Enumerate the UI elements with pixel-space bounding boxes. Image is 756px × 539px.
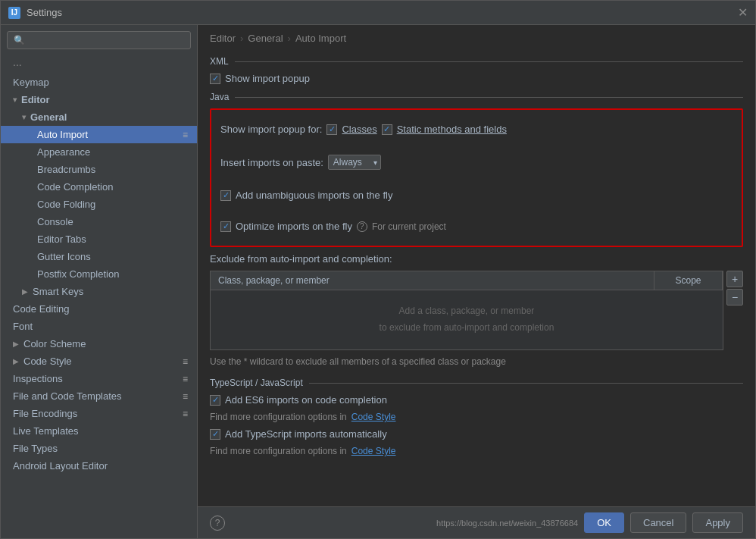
auto-import-icon: ≡	[183, 130, 188, 140]
sidebar-item-postfix-completion[interactable]: Postfix Completion	[1, 265, 197, 283]
code-style-label: Code Style	[23, 356, 72, 367]
insert-imports-value: Always	[333, 157, 362, 168]
search-icon: 🔍	[14, 35, 25, 45]
sidebar-item-breadcrumbs[interactable]: Breadcrumbs	[1, 161, 197, 178]
classes-label: Classes	[342, 124, 376, 135]
breadcrumb-auto-import: Auto Import	[295, 33, 346, 44]
insert-imports-dropdown[interactable]: Always	[328, 155, 381, 170]
add-unambiguous-row: Add unambiguous imports on the fly	[220, 190, 733, 201]
file-encodings-icon: ≡	[183, 409, 188, 419]
window-title: Settings	[27, 7, 62, 18]
close-button[interactable]: ✕	[738, 7, 748, 19]
add-row-button[interactable]: +	[726, 271, 743, 287]
ts-section-header: TypeScript / JavaScript	[210, 378, 743, 388]
add-es6-checkbox[interactable]	[210, 395, 220, 406]
optimize-imports-help[interactable]: ?	[357, 221, 367, 232]
live-templates-label: Live Templates	[13, 425, 78, 437]
sidebar-item-font[interactable]: Font	[1, 318, 197, 335]
font-label: Font	[13, 321, 33, 332]
console-label: Console	[37, 216, 73, 227]
add-ts-checkbox[interactable]	[210, 429, 220, 440]
find-more-2-row: Find more configuration options in Code …	[210, 446, 743, 456]
table-actions: + −	[726, 271, 743, 306]
show-import-popup-row: Show import popup	[210, 73, 743, 84]
sidebar-item-console[interactable]: Console	[1, 213, 197, 230]
sidebar-item-code-style[interactable]: ▶ Code Style ≡	[1, 353, 197, 370]
table-placeholder: Add a class, package, or member to exclu…	[380, 303, 555, 336]
static-methods-checkbox[interactable]	[382, 124, 392, 135]
file-types-label: File Types	[13, 443, 58, 454]
sidebar-item-keymap[interactable]: Keymap	[1, 74, 197, 91]
sidebar-item-live-templates[interactable]: Live Templates	[1, 422, 197, 440]
code-style-arrow: ▶	[13, 357, 19, 365]
sidebar-item-file-types[interactable]: File Types	[1, 440, 197, 457]
sidebar: 🔍 ··· Keymap ▾ Editor ▾ General	[1, 25, 198, 538]
breadcrumb-sep2: ›	[288, 33, 291, 44]
sidebar-item-gutter-icons[interactable]: Gutter Icons	[1, 248, 197, 265]
sidebar-item-code-completion[interactable]: Code Completion	[1, 178, 197, 196]
exclude-label: Exclude from auto-import and completion:	[210, 253, 392, 265]
android-layout-editor-label: Android Layout Editor	[13, 460, 108, 472]
sidebar-item-android-layout-editor[interactable]: Android Layout Editor	[1, 457, 197, 475]
title-bar: IJ Settings ✕	[1, 1, 755, 25]
ts-label: TypeScript / JavaScript	[210, 378, 303, 388]
sidebar-item-color-scheme[interactable]: ▶ Color Scheme	[1, 335, 197, 353]
auto-import-label: Auto Import	[37, 129, 88, 140]
static-methods-label: Static methods and fields	[397, 124, 507, 135]
add-es6-label: Add ES6 imports on code completion	[225, 394, 387, 406]
exclude-table-main: Class, package, or member Scope Add a cl…	[210, 271, 723, 350]
sidebar-item-code-folding[interactable]: Code Folding	[1, 196, 197, 213]
sidebar-item-file-encodings[interactable]: File Encodings ≡	[1, 405, 197, 422]
optimize-imports-checkbox[interactable]	[220, 221, 231, 232]
code-completion-label: Code Completion	[37, 181, 113, 193]
classes-checkbox[interactable]	[326, 124, 337, 135]
java-options-box: Show import popup for: Classes Static me…	[210, 108, 743, 247]
search-input[interactable]	[29, 35, 184, 45]
code-folding-label: Code Folding	[37, 199, 95, 210]
exclude-table-wrapper: Class, package, or member Scope Add a cl…	[210, 271, 743, 350]
bottom-bar: ? https://blog.csdn.net/weixin_43876684 …	[198, 506, 755, 538]
show-import-popup-label: Show import popup	[225, 73, 310, 84]
sidebar-item-smart-keys[interactable]: ▶ Smart Keys	[1, 283, 197, 300]
main-area: 🔍 ··· Keymap ▾ Editor ▾ General	[1, 25, 755, 538]
cancel-button[interactable]: Cancel	[630, 512, 686, 533]
sidebar-item-auto-import[interactable]: Auto Import ≡	[1, 126, 197, 143]
code-style-link-2[interactable]: Code Style	[351, 446, 396, 456]
code-style-link-1[interactable]: Code Style	[351, 412, 396, 422]
sidebar-item-appearance[interactable]: Appearance	[1, 143, 197, 161]
editor-label: Editor	[21, 94, 50, 105]
add-unambiguous-checkbox[interactable]	[220, 190, 231, 201]
java-section-header: Java	[210, 92, 743, 102]
apply-button[interactable]: Apply	[692, 512, 743, 533]
show-import-for-label: Show import popup for:	[220, 124, 322, 135]
breadcrumb: Editor › General › Auto Import	[198, 25, 755, 49]
appearance-label: Appearance	[37, 146, 90, 158]
sidebar-item-inspections[interactable]: Inspections ≡	[1, 370, 197, 387]
ok-button[interactable]: OK	[584, 512, 624, 533]
sidebar-item-code-editing[interactable]: Code Editing	[1, 300, 197, 318]
remove-row-button[interactable]: −	[726, 289, 743, 306]
sidebar-item-editor[interactable]: ▾ Editor	[1, 91, 197, 108]
wildcard-hint: Use the * wildcard to exclude all member…	[210, 356, 743, 367]
sidebar-item-editor-tabs[interactable]: Editor Tabs	[1, 230, 197, 248]
breadcrumbs-label: Breadcrumbs	[37, 164, 95, 175]
sidebar-item-general[interactable]: ▾ General	[1, 108, 197, 126]
postfix-completion-label: Postfix Completion	[37, 268, 119, 280]
find-more-1-row: Find more configuration options in Code …	[210, 412, 743, 422]
inspections-icon: ≡	[183, 374, 188, 384]
search-box[interactable]: 🔍	[7, 31, 191, 49]
for-current-project-label: For current project	[372, 221, 446, 232]
find-more-2-text: Find more configuration options in	[210, 446, 347, 456]
help-button[interactable]: ?	[210, 515, 225, 531]
show-import-popup-checkbox[interactable]	[210, 74, 220, 84]
find-more-1-text: Find more configuration options in	[210, 412, 347, 422]
add-unambiguous-label: Add unambiguous imports on the fly	[236, 190, 392, 201]
table-header: Class, package, or member Scope	[210, 271, 723, 290]
smart-keys-label: Smart Keys	[33, 286, 83, 297]
sidebar-item-file-and-code-templates[interactable]: File and Code Templates ≡	[1, 387, 197, 405]
add-ts-row: Add TypeScript imports automatically	[210, 428, 743, 440]
color-scheme-label: Color Scheme	[23, 338, 86, 349]
content-body: XML Show import popup Java Show import p…	[198, 49, 755, 506]
general-arrow: ▾	[22, 113, 26, 121]
settings-window: IJ Settings ✕ 🔍 ··· Keymap ▾ Editor	[0, 0, 756, 539]
